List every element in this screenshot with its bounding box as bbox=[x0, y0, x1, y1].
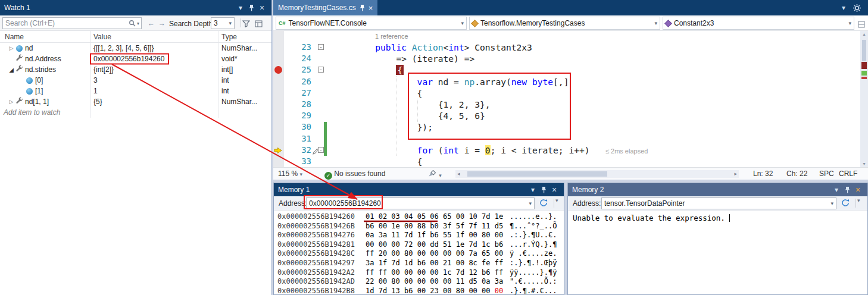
code-area[interactable]: 1 reference 23- public Action<int> Const… bbox=[273, 31, 860, 167]
code-text[interactable]: public Action<int> Constant2x3 bbox=[333, 42, 532, 53]
vertical-scrollbar[interactable]: ▴ ▾ bbox=[860, 31, 868, 167]
zoom-dropdown[interactable]: 115 % ▾ bbox=[278, 170, 302, 178]
scroll-left-icon[interactable]: ◂ bbox=[457, 170, 460, 178]
memory-hex-dump[interactable]: 0x000002556B19426001 02 03 04 05 06 65 0… bbox=[274, 211, 564, 294]
code-text[interactable]: for (int i = 0; i < iterate; i++) ≤ 2ms … bbox=[333, 145, 648, 157]
breakpoint-margin[interactable] bbox=[274, 54, 284, 64]
watch-column-headers[interactable]: Name Value Type bbox=[0, 31, 271, 43]
pin-icon[interactable] bbox=[246, 0, 257, 15]
code-text[interactable]: { bbox=[333, 156, 422, 167]
address-input[interactable]: 0x000002556B194260 ▾ bbox=[306, 197, 535, 209]
memory-bytes[interactable]: ff 20 00 80 00 00 00 00 7a 65 00 bbox=[366, 249, 510, 259]
code-line-32[interactable]: 32- for (int i = 0; i < iterate; i++) ≤ … bbox=[273, 145, 860, 156]
memory1-titlebar[interactable]: Memory 1 ▾ × bbox=[274, 183, 564, 196]
horizontal-scrollbar[interactable]: ◂ ▸ bbox=[455, 170, 739, 178]
watch-row[interactable]: ◢nd.strides{int[2]}int[] bbox=[0, 64, 271, 75]
breakpoint-margin[interactable] bbox=[274, 134, 284, 144]
search-icon[interactable]: ▾ bbox=[129, 20, 139, 27]
expander-collapsed-icon[interactable]: ▷ bbox=[7, 45, 15, 51]
code-line-27[interactable]: 27 { bbox=[273, 87, 860, 99]
breakpoint-margin[interactable] bbox=[274, 157, 284, 167]
memory-bytes[interactable]: 3a 1f 7d 1d b6 00 21 00 8c fe ff bbox=[366, 259, 510, 268]
memory-bytes[interactable]: b6 00 1e 00 88 b0 3f 5f 7f 11 d5 bbox=[366, 222, 510, 231]
tab-close-icon[interactable]: × bbox=[369, 4, 373, 12]
breakpoint-margin[interactable] bbox=[274, 146, 284, 155]
code-line-26[interactable]: 26 var nd = np.array(new byte[,] bbox=[273, 76, 860, 87]
search-next-icon[interactable]: → bbox=[158, 19, 166, 27]
memory-row[interactable]: 0x000002556B19426001 02 03 04 05 06 65 0… bbox=[277, 212, 564, 222]
memory2-titlebar[interactable]: Memory 2 ▾ × bbox=[568, 183, 867, 196]
memory-bytes[interactable]: 01 02 03 04 05 06 65 00 10 7d 1e bbox=[366, 212, 510, 222]
search-box[interactable]: ▾ bbox=[2, 17, 142, 29]
refresh-icon[interactable] bbox=[841, 199, 850, 209]
fold-collapse-icon[interactable]: - bbox=[318, 44, 324, 50]
breakpoint-margin[interactable] bbox=[274, 100, 284, 109]
toolbar-overflow-icon[interactable]: ▾ bbox=[555, 197, 558, 203]
code-line-25[interactable]: 25- { bbox=[273, 64, 860, 76]
memory-row[interactable]: 0x000002556B19428Cff 20 00 80 00 00 00 0… bbox=[277, 249, 564, 259]
watch-value-cell[interactable]: 0x000002556b194260 bbox=[90, 54, 218, 64]
watch-value-cell[interactable]: {5} bbox=[90, 96, 218, 107]
code-line-33[interactable]: 33 { bbox=[273, 156, 860, 167]
tab-memorytestingcases[interactable]: MemoryTestingCases.cs × bbox=[273, 0, 377, 15]
memory-row[interactable]: 0x000002556B1942AD22 00 80 00 00 00 00 1… bbox=[277, 277, 564, 287]
gear-icon[interactable] bbox=[853, 4, 861, 14]
memory-bytes[interactable]: 00 00 00 72 00 dd 51 1e 7d 1c b6 bbox=[366, 240, 510, 250]
memory-bytes[interactable]: ff ff 00 00 00 00 1c 7d 12 b6 ff bbox=[366, 268, 510, 278]
code-text[interactable]: { bbox=[333, 64, 404, 76]
project-dropdown[interactable]: C# TensorFlowNET.Console ▾ bbox=[276, 17, 467, 30]
watch-row[interactable]: ▷nd{[[1, 2, 3], [4, 5, 6]]}NumShar... bbox=[0, 43, 271, 54]
scroll-down-icon[interactable]: ▾ bbox=[860, 161, 868, 167]
add-item-label[interactable]: Add item to watch bbox=[4, 108, 60, 117]
search-options-chevron-icon[interactable]: ▾ bbox=[137, 21, 139, 26]
breakpoint-icon[interactable] bbox=[274, 66, 282, 74]
code-text[interactable]: {1, 2, 3}, bbox=[333, 99, 491, 110]
memory-row[interactable]: 0x000002556B1942A2ff ff 00 00 00 00 1c 7… bbox=[277, 268, 564, 278]
split-window-icon[interactable] bbox=[858, 20, 865, 30]
add-watch-row[interactable]: Add item to watch bbox=[0, 107, 271, 118]
watch-row[interactable]: [1]1int bbox=[0, 86, 271, 96]
code-text[interactable]: { bbox=[333, 87, 422, 99]
refresh-icon[interactable] bbox=[539, 199, 548, 209]
close-icon[interactable]: × bbox=[549, 183, 560, 196]
close-icon[interactable]: × bbox=[853, 183, 863, 196]
window-menu-chevron-icon[interactable]: ▾ bbox=[527, 183, 538, 196]
toolbar-overflow-icon[interactable]: ▾ bbox=[857, 197, 860, 203]
window-menu-chevron-icon[interactable]: ▾ bbox=[235, 0, 246, 15]
watch-titlebar[interactable]: Watch 1 ▾ × bbox=[0, 0, 271, 15]
memory-row[interactable]: 0x000002556B1942760a 3a 11 7d 1f b6 55 1… bbox=[277, 231, 564, 240]
class-dropdown[interactable]: Tensorflow.MemoryTestingCases ▾ bbox=[469, 17, 660, 30]
tab-pin-icon[interactable] bbox=[360, 4, 365, 11]
watch-name-cell[interactable]: [1] bbox=[0, 86, 90, 96]
watch-row[interactable]: nd.Address0x000002556b194260void* bbox=[0, 54, 271, 64]
search-depth-dropdown[interactable]: 3 ▾ bbox=[211, 17, 235, 29]
breakpoint-margin[interactable] bbox=[274, 123, 284, 132]
breakpoint-margin[interactable] bbox=[274, 65, 284, 75]
scrollbar-thumb[interactable] bbox=[467, 171, 607, 177]
address-input[interactable]: tensor.TensorDataPointer ▾ bbox=[601, 197, 836, 209]
memory-bytes[interactable]: 0a 3a 11 7d 1f b6 55 1f 00 80 00 bbox=[366, 231, 510, 240]
search-prev-icon[interactable]: ← bbox=[148, 19, 155, 27]
broom-icon[interactable]: ▾ bbox=[428, 170, 442, 179]
memory-error-message[interactable]: Unable to evaluate the expression. bbox=[573, 214, 730, 222]
code-line-28[interactable]: 28 {1, 2, 3}, bbox=[273, 99, 860, 110]
code-text[interactable]: var nd = np.array(new byte[,] bbox=[333, 76, 569, 87]
pin-icon[interactable] bbox=[538, 183, 549, 196]
memory-row[interactable]: 0x000002556B1942973a 1f 7d 1d b6 00 21 0… bbox=[277, 259, 564, 268]
memory-row[interactable]: 0x000002556B19428100 00 00 72 00 dd 51 1… bbox=[277, 240, 564, 250]
watch-name-cell[interactable]: [0] bbox=[0, 75, 90, 86]
code-text[interactable]: }); bbox=[333, 121, 433, 133]
watch-value-cell[interactable]: {int[2]} bbox=[90, 64, 218, 75]
watch-value-cell[interactable]: 1 bbox=[90, 86, 218, 96]
breakpoint-margin[interactable] bbox=[274, 111, 284, 121]
watch-name-cell[interactable]: ◢nd.strides bbox=[0, 64, 90, 75]
window-menu-chevron-icon[interactable]: ▾ bbox=[831, 183, 842, 196]
scrollbar-thumb[interactable] bbox=[862, 40, 866, 61]
column-header-type[interactable]: Type bbox=[218, 31, 271, 42]
pin-icon[interactable] bbox=[842, 183, 853, 196]
watch-value-cell[interactable]: 3 bbox=[90, 75, 218, 86]
watch-name-cell[interactable]: nd.Address bbox=[0, 54, 90, 64]
fold-collapse-icon[interactable]: - bbox=[318, 67, 324, 73]
watch-value-cell[interactable]: {[[1, 2, 3], [4, 5, 6]]} bbox=[90, 43, 218, 54]
code-text[interactable]: {4, 5, 6} bbox=[333, 110, 485, 121]
